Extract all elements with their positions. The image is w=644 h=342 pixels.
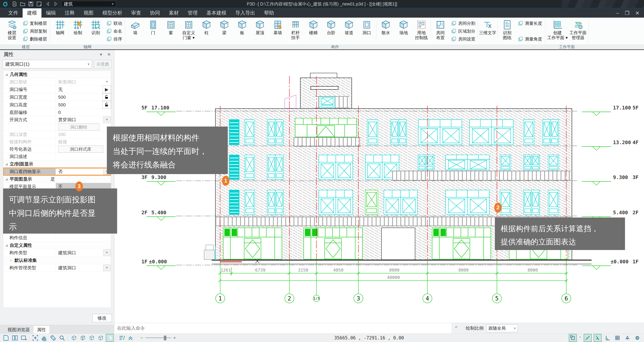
ribbon-button[interactable]: 柱 xyxy=(198,19,216,40)
view-cube-top-icon[interactable] xyxy=(70,335,77,341)
tile-windows-icon[interactable] xyxy=(12,335,18,341)
section-default-standard-set[interactable]: ▷默认标准集 xyxy=(3,257,111,264)
save-icon[interactable] xyxy=(28,1,34,7)
menu-item[interactable]: 注释 xyxy=(60,8,79,18)
menu-item[interactable]: 视图 xyxy=(79,8,98,18)
section-geometry[interactable]: ◢几何属性 xyxy=(3,71,111,78)
zoom-lens-icon[interactable] xyxy=(59,335,65,341)
workspace-dropdown[interactable]: 建筑▾ xyxy=(61,1,116,7)
annotation-toggle-icon[interactable] xyxy=(119,335,125,341)
prop-row-opening-number[interactable]: 洞口编号无▶ xyxy=(3,86,111,93)
menu-item[interactable]: 建模 xyxy=(22,8,42,18)
command-expand-icon[interactable]: ⌃ xyxy=(451,326,461,331)
ribbon-button[interactable]: 创建工作平面 ▾ xyxy=(546,19,569,40)
settings-gear-icon[interactable] xyxy=(634,334,641,342)
ribbon-button[interactable]: 洞口 xyxy=(358,19,376,40)
prop-row-bottom-offset[interactable]: 底部偏移0 xyxy=(3,109,111,116)
orbit-icon[interactable] xyxy=(50,335,56,341)
unlock-icon[interactable] xyxy=(102,93,111,101)
ribbon-button[interactable]: 自定义门窗 ▾ xyxy=(180,19,198,40)
ribbon-small-button[interactable]: 局部复制 xyxy=(22,27,47,35)
prop-row-management-type[interactable]: 构件管理类型建筑洞口▾ xyxy=(3,264,111,272)
ribbon-button[interactable]: 门 xyxy=(144,19,162,40)
ribbon-button[interactable]: 窗 xyxy=(162,19,180,40)
ribbon-button[interactable]: 识别图纸 xyxy=(498,19,516,40)
shaded-view-icon[interactable] xyxy=(106,334,114,342)
menu-item[interactable]: 素材 xyxy=(164,8,183,18)
menu-item[interactable]: 文件 xyxy=(4,8,22,18)
modify-button[interactable]: 修改 xyxy=(92,314,112,322)
ribbon-button[interactable]: 台阶 xyxy=(322,19,340,40)
ribbon-small-button[interactable]: 测量长度 xyxy=(518,20,542,27)
right-angle-toggle[interactable] xyxy=(604,334,612,342)
ribbon-button[interactable]: 栏杆扶手 xyxy=(287,19,304,40)
ortho-track-toggle[interactable] xyxy=(594,334,602,342)
ribbon-button[interactable]: 识别 xyxy=(87,19,104,40)
ribbon-button[interactable]: 坡道 xyxy=(340,19,358,40)
flyout-arrow-icon[interactable]: ▶ xyxy=(102,86,111,93)
menu-item[interactable]: 基本建模 xyxy=(202,8,231,18)
section-custom-properties[interactable]: ◢自定义属性 xyxy=(3,241,111,249)
prop-row-occluder-display[interactable]: 洞口遮挡物显示否▾ xyxy=(3,168,111,175)
schematic-button[interactable]: 示意图 xyxy=(94,60,112,68)
prop-row-description[interactable]: 洞口描述 xyxy=(3,153,111,160)
menu-item[interactable]: 审查 xyxy=(127,8,146,18)
ribbon-button[interactable]: 三维文字 xyxy=(478,19,497,40)
prop-row-opening-mode[interactable]: 开洞方式贯穿洞口▾ xyxy=(3,116,111,124)
zoom-extents-icon[interactable] xyxy=(32,335,38,341)
ribbon-button[interactable]: 墙 xyxy=(126,19,144,40)
ribbon-button[interactable]: 梁 xyxy=(216,19,233,40)
snap-expand-icon[interactable]: ⌃ xyxy=(579,336,582,340)
open-file-icon[interactable] xyxy=(20,1,25,7)
undo-icon[interactable] xyxy=(45,1,51,7)
chevron-down-icon[interactable]: ▾ xyxy=(103,265,110,271)
panel-collapse-icon[interactable]: ▾ xyxy=(100,52,102,57)
pan-hand-icon[interactable] xyxy=(41,335,48,341)
ribbon-button[interactable]: 楼梯 xyxy=(304,19,322,40)
ribbon-small-button[interactable]: 命名 xyxy=(106,27,122,35)
ribbon-small-button[interactable]: 删除楼层 xyxy=(22,35,47,43)
ribbon-button[interactable]: 轴网 xyxy=(51,19,69,40)
polar-snap-toggle[interactable] xyxy=(584,334,592,342)
command-input[interactable] xyxy=(114,323,451,334)
restore-button[interactable]: ❐ xyxy=(625,10,630,16)
prop-row-opening-height[interactable]: 洞口高度500 xyxy=(3,101,111,109)
ribbon-small-button[interactable]: 测量角度 xyxy=(518,35,542,43)
new-view-icon[interactable] xyxy=(3,335,9,341)
zoom-slider[interactable]: −+ xyxy=(140,335,176,341)
prop-row-component-info[interactable]: 构件信息 xyxy=(3,234,111,241)
wall-opening[interactable] xyxy=(382,228,415,260)
ribbon-button[interactable]: 房间布置 xyxy=(432,19,449,40)
menu-item[interactable]: 模型分析 xyxy=(98,8,127,18)
flip-opening-button[interactable]: 洞口翻转 xyxy=(58,124,99,131)
ribbon-small-button[interactable]: 排序 xyxy=(106,35,122,43)
ribbon-button[interactable]: 屋顶 xyxy=(251,19,269,40)
ribbon-button[interactable]: 幕墙 xyxy=(269,19,287,40)
ribbon-small-button[interactable]: 复制楼层 xyxy=(22,20,47,27)
minimize-button[interactable]: – xyxy=(616,10,619,16)
section-plan-display[interactable]: ◢平面图显示是 xyxy=(3,175,111,183)
close-button[interactable]: ✕ xyxy=(635,10,640,16)
ribbon-small-button[interactable]: 房间分割 xyxy=(451,20,475,27)
menu-item[interactable]: 协同 xyxy=(146,8,164,18)
opening-style-library-button[interactable]: 洞口样式库 xyxy=(58,146,103,153)
ribbon-button[interactable]: 用地控制线 xyxy=(412,19,430,40)
drawing-canvas[interactable]: 5F17.100 4F13.200 3F9.300 2F5.400 1F±0.0… xyxy=(114,50,644,323)
ribbon-button[interactable]: 板 xyxy=(233,19,251,40)
ribbon-button[interactable]: 绘制 xyxy=(69,19,87,40)
grid-display-toggle[interactable] xyxy=(614,334,622,342)
object-snap-toggle[interactable] xyxy=(569,334,577,342)
tab-view-browser[interactable]: 视图浏览器 xyxy=(4,326,33,334)
menu-item[interactable]: 帮助 xyxy=(260,8,278,18)
chevron-down-icon[interactable]: ▾ xyxy=(103,249,110,256)
redo-icon[interactable] xyxy=(52,1,58,7)
move-gizmo-toggle[interactable] xyxy=(624,334,631,342)
draw-scale-dropdown[interactable]: 跟随全局▾ xyxy=(486,324,518,332)
tab-properties[interactable]: 属性 xyxy=(34,326,49,334)
ribbon-button[interactable]: 场地 xyxy=(395,19,412,40)
ribbon-small-button[interactable]: 联动 xyxy=(106,20,122,27)
panel-close-icon[interactable]: ✕ xyxy=(107,52,111,57)
unlock-icon[interactable] xyxy=(102,101,111,109)
ribbon-small-button[interactable]: 区域划分 xyxy=(451,27,475,35)
view-cube-iso-icon[interactable] xyxy=(79,335,86,341)
